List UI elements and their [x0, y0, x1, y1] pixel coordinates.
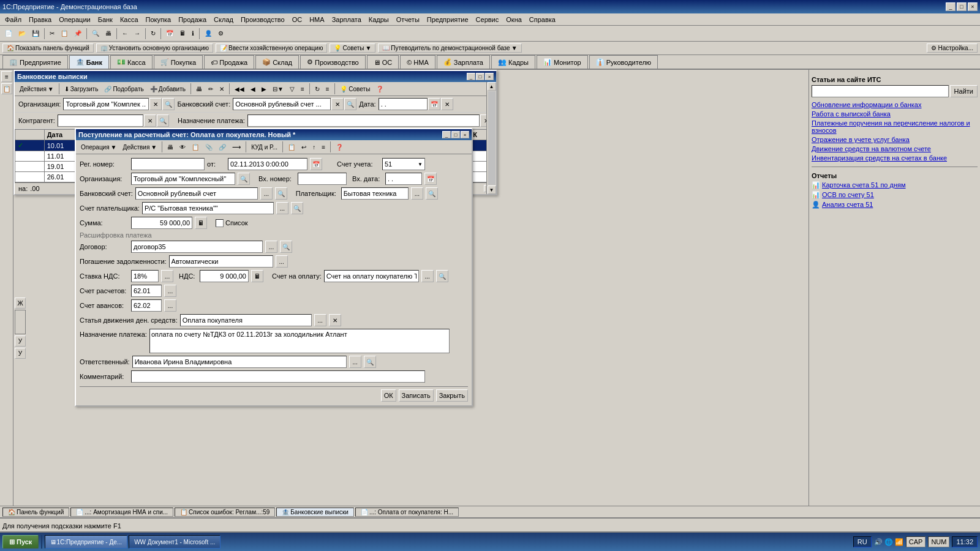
save-button[interactable]: Записать [399, 389, 434, 402]
scroll-track[interactable] [488, 91, 496, 185]
payer-acc-input[interactable] [142, 202, 274, 214]
zh-icon[interactable]: Ж [15, 298, 26, 309]
minimize-button[interactable]: _ [946, 2, 956, 11]
tab-salary[interactable]: 💰 Зарплата [437, 55, 490, 69]
tab-production[interactable]: ⚙ Производство [300, 55, 366, 69]
guide-btn[interactable]: 📖 Путеводитель по демонстрационной базе … [378, 43, 521, 53]
responsible-input[interactable] [132, 356, 347, 368]
date-filter-clear[interactable]: ✕ [441, 98, 453, 110]
u-icon[interactable]: У [15, 335, 26, 347]
report-link-0[interactable]: Карточка счета 51 по дням [822, 181, 906, 189]
menu-os[interactable]: ОС [288, 15, 306, 24]
payment-print-btn[interactable]: 🖶 [165, 143, 176, 152]
purpose-textarea[interactable]: оплата по счету №ТДК3 от 02.11.2013г за … [149, 329, 450, 353]
bank-filter-clear[interactable]: ✕ [331, 98, 344, 110]
start-button[interactable]: ⊞ Пуск [2, 535, 39, 549]
its-link-0[interactable]: Обновление информации о банках [812, 101, 978, 108]
tab-hr[interactable]: 👥 Кадры [491, 55, 535, 69]
scroll-up[interactable]: ▲ [488, 82, 496, 91]
payment-help-btn[interactable]: ❓ [333, 143, 345, 152]
menu-sale[interactable]: Продажа [175, 15, 210, 24]
taskbar-tab-panel[interactable]: 🏠 Панель функций [2, 508, 69, 517]
bank-acc-search[interactable]: 🔍 [275, 187, 287, 200]
toolbar-new[interactable]: 📄 [2, 29, 15, 38]
accounts-input[interactable] [131, 285, 162, 297]
u2-icon[interactable]: У [15, 348, 26, 359]
movement-input[interactable] [180, 314, 312, 326]
sum-input[interactable] [131, 217, 192, 229]
payment-link-btn[interactable]: 🔗 [216, 143, 228, 152]
tab-sale[interactable]: 🏷 Продажа [204, 55, 254, 69]
bank-window-maximize[interactable]: □ [476, 73, 484, 80]
close-button[interactable]: × [968, 2, 978, 11]
tab-bank[interactable]: 🏦 Банк [69, 55, 109, 69]
vh-num-input[interactable] [298, 173, 347, 185]
contractor-filter-input[interactable] [58, 114, 143, 127]
toolbar-settings[interactable]: ⚙ [216, 29, 226, 38]
menu-purchase[interactable]: Покупка [142, 15, 175, 24]
menu-service[interactable]: Сервис [472, 15, 503, 24]
toolbar-refresh[interactable]: ↻ [148, 29, 158, 38]
tab-monitor[interactable]: 📊 Монитор [537, 55, 588, 69]
ok-button[interactable]: ОК [381, 389, 396, 402]
advances-input[interactable] [131, 299, 162, 312]
bank-refresh-btn[interactable]: ↻ [312, 84, 322, 94]
payment-window-minimize[interactable]: _ [442, 131, 451, 138]
toolbar-save[interactable]: 💾 [29, 29, 42, 38]
reg-date-cal[interactable]: 📅 [310, 158, 322, 170]
set-org-btn[interactable]: 🏢 Установить основную организацию [96, 43, 213, 53]
show-functions-btn[interactable]: 🏠 Показать панель функций [2, 43, 94, 53]
bank-nav2[interactable]: ◀ [248, 84, 258, 94]
bank-edit-btn[interactable]: ✏ [206, 84, 216, 94]
taskbar-item-1[interactable]: W W Документ1 - Microsoft ... [129, 535, 221, 549]
payer-dots[interactable]: ... [411, 187, 423, 200]
bank-actions-menu[interactable]: Действия ▼ [17, 84, 56, 94]
org-filter-input[interactable] [63, 98, 149, 110]
menu-hr[interactable]: Кадры [365, 15, 393, 24]
settings-right-btn[interactable]: ⚙ Настройка... [927, 43, 978, 53]
payment-tb2[interactable]: ↩ [299, 143, 309, 152]
menu-production[interactable]: Производство [237, 15, 288, 24]
org-input[interactable] [131, 173, 235, 185]
invoice-dots[interactable]: ... [421, 270, 434, 282]
toolbar-back[interactable]: ← [119, 29, 130, 38]
bank-window-close[interactable]: × [485, 73, 494, 80]
toolbar-user[interactable]: 👤 [202, 29, 214, 38]
date-filter-input[interactable] [379, 98, 428, 110]
org-search-btn[interactable]: 🔍 [238, 173, 250, 185]
menu-nma[interactable]: НМА [306, 15, 328, 24]
date-filter-cal[interactable]: 📅 [428, 98, 440, 110]
tab-warehouse[interactable]: 📦 Склад [255, 55, 299, 69]
taskbar-tab-bank[interactable]: 🏦 Банковские выписки [276, 508, 354, 517]
bank-print-btn[interactable]: 🖶 [194, 84, 205, 94]
maximize-button[interactable]: □ [957, 2, 967, 11]
responsible-search[interactable]: 🔍 [364, 356, 376, 368]
toolbar-copy[interactable]: 📋 [58, 29, 70, 38]
report-link-2[interactable]: Анализ счета 51 [822, 201, 873, 208]
contract-search[interactable]: 🔍 [280, 241, 292, 253]
menu-edit[interactable]: Правка [25, 15, 55, 24]
org-filter-clear[interactable]: ✕ [149, 98, 162, 110]
taskbar-tab-errors[interactable]: 📋 Список ошибок: Реглам...:59 [175, 508, 275, 517]
its-link-4[interactable]: Движение средств на валютном счете [812, 145, 978, 152]
purpose-filter-input[interactable] [247, 114, 480, 127]
menu-operations[interactable]: Операции [55, 15, 94, 24]
taskbar-tab-amort[interactable]: 📄 ...: Амортизация НМА и спи... [70, 508, 173, 517]
its-link-1[interactable]: Работа с выпиской банка [812, 110, 978, 118]
debt-input[interactable] [169, 255, 273, 268]
bank-filter-btn[interactable]: ▽ [287, 84, 297, 94]
tab-purchase[interactable]: 🛒 Покупка [154, 55, 203, 69]
bank-match-btn[interactable]: 🔗 Подобрать [102, 84, 146, 94]
vh-date-cal[interactable]: 📅 [424, 173, 437, 185]
menu-kassa[interactable]: Касса [116, 15, 142, 24]
toolbar-print[interactable]: 🖶 [103, 29, 114, 38]
its-link-5[interactable]: Инвентаризация средств на счетах в банке [812, 154, 978, 162]
enter-operation-btn[interactable]: 📝 Ввести хозяйственную операцию [216, 43, 327, 53]
bank-help-btn[interactable]: ❓ [374, 84, 386, 94]
left-icon-2[interactable]: 📋 [1, 83, 12, 94]
schet-dropdown[interactable]: 51 ▼ [382, 158, 425, 170]
toolbar-find[interactable]: 🔍 [89, 29, 102, 38]
payer-acc-search[interactable]: 🔍 [291, 202, 303, 214]
bank-nav1[interactable]: ◀◀ [232, 84, 247, 94]
org-filter-search[interactable]: 🔍 [162, 98, 175, 110]
